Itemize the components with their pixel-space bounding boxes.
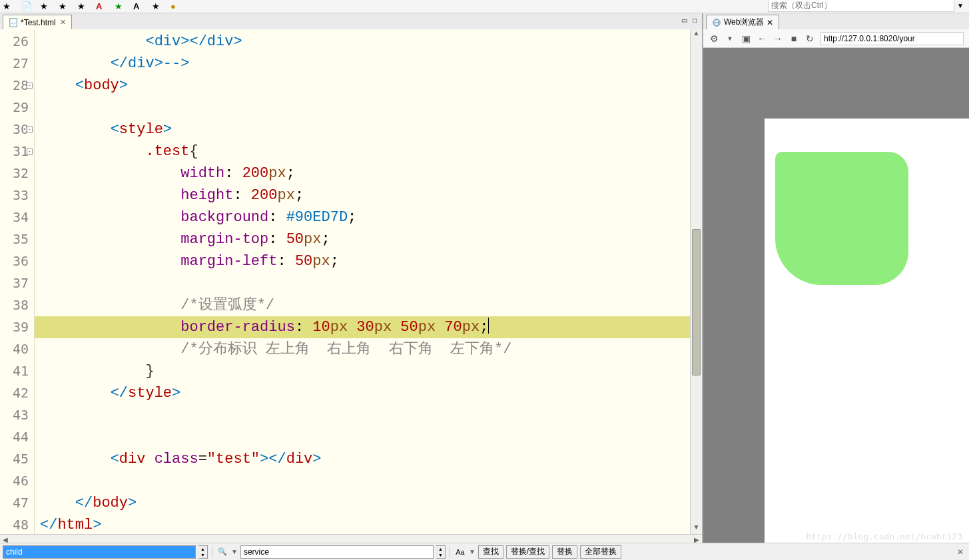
replace-history-spinner[interactable]: ▲▼ [436,545,446,559]
toolbar-icon[interactable]: ★ [152,1,162,12]
dropdown-icon[interactable]: ▼ [725,33,735,44]
toolbar-icon[interactable]: A [96,1,107,12]
browser-tabs: Web浏览器 ✕ [703,13,969,29]
scroll-thumb[interactable] [692,229,701,376]
gear-icon[interactable]: ⚙ [709,33,719,44]
editor-tabs: <> *Test.html ✕ ▭ □ [0,13,702,29]
replace-button[interactable]: 替换 [552,545,577,559]
search-dropdown-icon[interactable]: ▼ [957,2,964,9]
back-icon[interactable]: ← [757,33,767,44]
scroll-down-icon[interactable]: ▼ [691,523,702,534]
find-replace-bar: ▲▼ 🔍 ▼ ▲▼ Aa ▼ 查找 替换/查找 替换 全部替换 ✕ [0,543,969,560]
find-options-icon[interactable]: 🔍 [216,546,228,558]
browser-tab-title: Web浏览器 [724,17,764,28]
toolbar-icon[interactable]: ★ [40,1,51,12]
stop-icon[interactable]: ■ [789,33,799,44]
find-input[interactable] [3,545,196,559]
replace-options-dropdown[interactable]: ▼ [469,548,476,555]
browser-panel: Web浏览器 ✕ ⚙ ▼ ▣ ← → ■ ↻ [703,13,969,546]
top-toolbar: ★ 📄 ★ ★ ★ A ★ A ★ ● ▼ [0,0,969,13]
toolbar-icon[interactable]: ★ [59,1,69,12]
preview-area [703,48,969,546]
toolbar-icon[interactable]: A [133,1,144,12]
editor-panel: <> *Test.html ✕ ▭ □ 262728-2930-31-32333… [0,13,703,546]
code-editor[interactable]: 262728-2930-31-3233343536373839404142434… [0,29,702,534]
toolbar-icon[interactable]: 📄 [21,1,32,12]
case-sensitive-icon[interactable]: Aa [454,546,466,558]
replace-all-button[interactable]: 全部替换 [580,545,621,559]
code-content[interactable]: <div></div> </div>--> <body> <style> .te… [35,29,690,534]
close-find-icon[interactable]: ✕ [957,547,964,557]
find-history-spinner[interactable]: ▲▼ [198,545,208,559]
close-tab-icon[interactable]: ✕ [767,18,773,27]
line-gutter: 262728-2930-31-3233343536373839404142434… [0,29,35,534]
editor-tab-test-html[interactable]: <> *Test.html ✕ [3,15,72,29]
toolbar-icon[interactable]: ★ [3,1,13,12]
vertical-scrollbar[interactable]: ▲ ▼ [690,29,702,534]
forward-icon[interactable]: → [773,33,783,44]
replace-find-button[interactable]: 替换/查找 [506,545,549,559]
preview-page [765,119,969,546]
toolbar-icon[interactable]: ★ [115,1,125,12]
watermark: https://blog.csdn.net/hcwbr123 [806,531,962,541]
toolbar-icon[interactable]: ★ [77,1,88,12]
maximize-icon[interactable]: □ [690,15,699,25]
browser-toolbar: ⚙ ▼ ▣ ← → ■ ↻ [703,29,969,48]
browser-tab[interactable]: Web浏览器 ✕ [706,15,779,29]
svg-text:<>: <> [11,20,17,25]
find-button[interactable]: 查找 [478,545,503,559]
minimize-icon[interactable]: ▭ [679,15,689,25]
replace-input[interactable] [240,545,434,559]
tab-filename: *Test.html [21,18,56,27]
scroll-up-icon[interactable]: ▲ [691,29,702,40]
refresh-icon[interactable]: ↻ [805,33,815,44]
close-tab-icon[interactable]: ✕ [60,18,66,27]
find-options-dropdown[interactable]: ▼ [231,548,238,555]
device-icon[interactable]: ▣ [741,33,751,44]
test-div-preview [775,152,908,285]
url-input[interactable] [820,32,964,45]
global-search-input[interactable] [768,0,954,12]
globe-icon [712,18,721,27]
toolbar-icon[interactable]: ● [170,1,181,12]
html-file-icon: <> [9,18,18,27]
